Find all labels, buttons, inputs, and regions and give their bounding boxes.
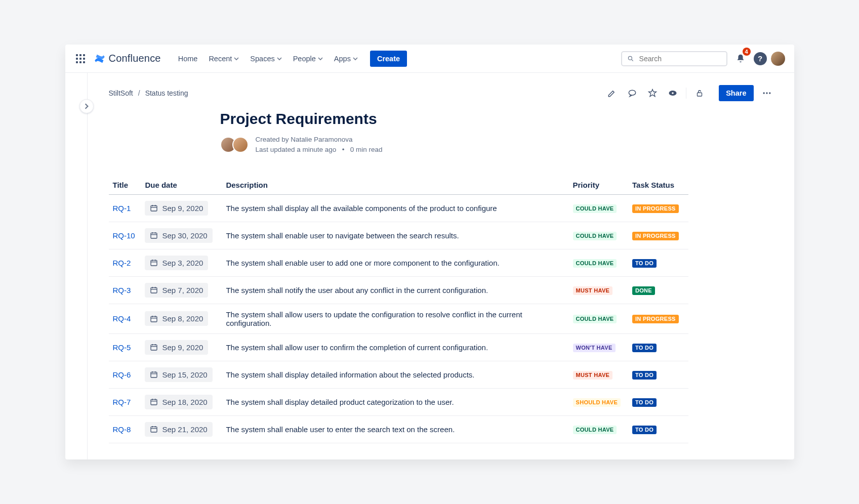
svg-point-5 [763,92,764,94]
due-date-chip[interactable]: Sep 8, 2020 [145,311,208,326]
description-cell: The system shall enable user to enter th… [222,415,568,443]
profile-avatar[interactable] [771,52,785,66]
priority-lozenge[interactable]: MUST HAVE [573,286,613,295]
comment-button[interactable] [625,86,639,100]
app-switcher-icon[interactable] [74,53,87,65]
product-name: Confluence [109,53,161,64]
requirement-link[interactable]: RQ-7 [113,398,131,406]
due-date-chip[interactable]: Sep 30, 2020 [145,228,212,243]
author-name[interactable]: Natalie Paramonova [291,136,352,143]
calendar-icon [150,315,158,323]
description-cell: The system shall display all the availab… [222,194,568,222]
status-lozenge[interactable]: TO DO [632,398,657,407]
nav-recent-label: Recent [209,55,232,63]
search-box[interactable] [621,51,727,66]
share-button[interactable]: Share [719,85,753,101]
search-input[interactable] [638,54,721,63]
priority-lozenge[interactable]: COULD HAVE [573,315,617,323]
nav-apps[interactable]: Apps [329,51,363,67]
status-lozenge[interactable]: DONE [632,286,655,295]
calendar-icon [150,425,158,433]
page-header: StiltSoft / Status testing [109,85,774,101]
requirement-link[interactable]: RQ-6 [113,370,131,379]
description-cell: The system shall allow users to update t… [222,304,568,333]
col-header-priority[interactable]: Priority [569,176,629,195]
notification-count-badge: 4 [743,48,751,56]
due-date-chip[interactable]: Sep 9, 2020 [145,201,208,216]
byline: Created by Natalie Paramonova Last updat… [220,135,696,155]
status-lozenge[interactable]: IN PROGRESS [632,232,679,240]
svg-point-1 [629,90,636,95]
priority-lozenge[interactable]: COULD HAVE [573,259,617,268]
page-body: StiltSoft / Status testing [65,73,794,455]
contributors[interactable] [220,137,249,153]
description-cell: The system shall enable user to navigate… [222,222,568,249]
requirement-link[interactable]: RQ-2 [113,259,131,267]
nav-home[interactable]: Home [173,51,203,67]
due-date-text: Sep 21, 2020 [162,425,207,434]
col-header-title[interactable]: Title [109,176,141,195]
calendar-icon [150,231,158,239]
requirement-link[interactable]: RQ-10 [113,231,135,240]
star-icon [647,88,658,98]
priority-lozenge[interactable]: WON'T HAVE [573,344,616,352]
requirement-link[interactable]: RQ-5 [113,343,131,352]
priority-lozenge[interactable]: SHOULD HAVE [573,398,621,407]
svg-rect-10 [151,260,157,266]
col-header-desc[interactable]: Description [222,176,568,195]
status-lozenge[interactable]: TO DO [632,259,657,268]
more-actions-button[interactable] [760,86,774,100]
col-header-status[interactable]: Task Status [628,176,688,195]
priority-lozenge[interactable]: COULD HAVE [573,204,617,213]
comment-icon [627,88,637,98]
page-meta: Created by Natalie Paramonova Last updat… [256,135,383,155]
requirement-link[interactable]: RQ-1 [113,204,131,213]
watch-button[interactable] [666,86,680,100]
status-lozenge[interactable]: TO DO [632,371,657,380]
chevron-down-icon [353,56,358,61]
contributor-avatar [232,137,249,153]
priority-lozenge[interactable]: MUST HAVE [573,371,613,380]
nav-recent[interactable]: Recent [203,51,244,67]
edit-button[interactable] [605,86,619,100]
svg-rect-4 [698,93,702,96]
top-nav: Confluence Home Recent Spaces People App… [65,45,794,73]
due-date-chip[interactable]: Sep 21, 2020 [145,422,212,437]
chevron-down-icon [318,56,323,61]
status-lozenge[interactable]: IN PROGRESS [632,315,679,323]
due-date-chip[interactable]: Sep 15, 2020 [145,367,212,382]
requirement-link[interactable]: RQ-3 [113,286,131,295]
table-row: RQ-10Sep 30, 2020The system shall enable… [109,222,688,249]
breadcrumb-space[interactable]: StiltSoft [109,89,133,97]
status-lozenge[interactable]: IN PROGRESS [632,204,679,213]
expand-sidebar-button[interactable] [79,99,94,113]
due-date-chip[interactable]: Sep 7, 2020 [145,283,208,298]
due-date-chip[interactable]: Sep 3, 2020 [145,256,208,270]
more-icon [762,88,772,98]
nav-spaces[interactable]: Spaces [245,51,287,67]
due-date-text: Sep 30, 2020 [162,231,207,240]
help-button[interactable]: ? [754,52,767,65]
notifications-button[interactable]: 4 [731,50,750,68]
description-cell: The system shall display detailed produc… [222,388,568,415]
nav-apps-label: Apps [334,55,351,63]
nav-people[interactable]: People [288,51,328,67]
svg-point-3 [672,92,674,94]
requirement-link[interactable]: RQ-8 [113,425,131,434]
due-date-chip[interactable]: Sep 18, 2020 [145,395,212,409]
due-date-chip[interactable]: Sep 9, 2020 [145,340,208,355]
priority-lozenge[interactable]: COULD HAVE [573,426,617,434]
col-header-due[interactable]: Due date [141,176,222,195]
status-lozenge[interactable]: TO DO [632,426,657,434]
requirement-link[interactable]: RQ-4 [113,314,131,323]
breadcrumb-page[interactable]: Status testing [145,89,188,97]
calendar-icon [150,204,158,212]
priority-lozenge[interactable]: COULD HAVE [573,232,617,240]
star-button[interactable] [645,86,660,100]
restrictions-button[interactable] [692,86,707,100]
svg-rect-15 [151,399,157,405]
last-updated[interactable]: Last updated a minute ago [256,146,337,153]
status-lozenge[interactable]: TO DO [632,344,657,352]
product-brand[interactable]: Confluence [94,53,161,65]
create-button[interactable]: Create [370,51,407,67]
